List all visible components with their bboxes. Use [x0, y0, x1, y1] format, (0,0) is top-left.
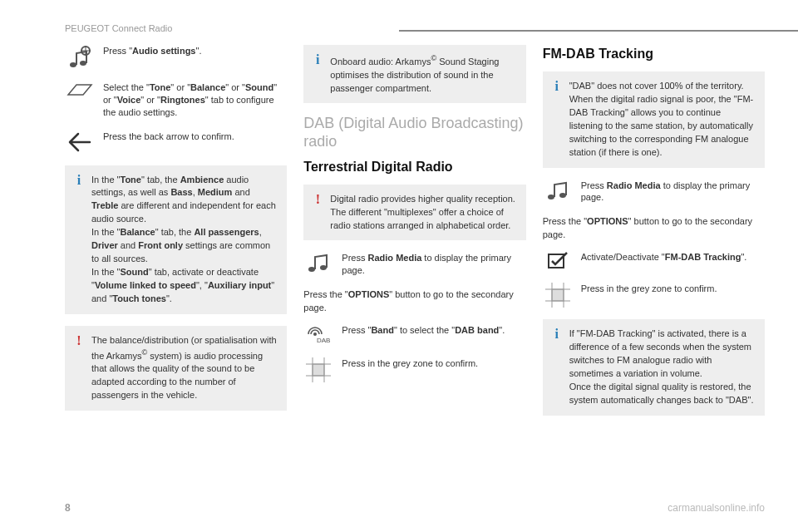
step-grey-zone-col3: Press in the grey zone to confirm. — [543, 283, 765, 308]
info-onboard-audio: i Onboard audio: Arkamys© Sound Staging … — [303, 45, 525, 103]
step-audio-settings: Press "Audio settings". — [65, 45, 287, 70]
warn-arkamys: ! The balance/distribution (or spatialis… — [65, 326, 287, 411]
step-radio-media-col2: Press Radio Media to display the primary… — [303, 252, 525, 277]
info-icon: i — [312, 53, 323, 66]
step-select-tab: Select the "Tone" or "Balance" or "Sound… — [65, 81, 287, 119]
back-arrow-icon — [65, 131, 95, 154]
step-radio-media-text: Press Radio Media to display the primary… — [342, 252, 525, 277]
page-header: PEUGEOT Connect Radio — [65, 23, 172, 33]
column-2: i Onboard audio: Arkamys© Sound Staging … — [303, 45, 525, 490]
info-dab-coverage-text: "DAB" does not cover 100% of the territo… — [569, 80, 755, 160]
music-note-icon — [303, 252, 333, 273]
grey-zone-icon — [543, 283, 573, 308]
column-3: FM-DAB Tracking i "DAB" does not cover 1… — [543, 45, 765, 490]
svg-rect-7 — [313, 364, 324, 376]
svg-point-13 — [559, 193, 566, 198]
info-tone-balance-sound: i In the "Tone" tab, the Ambience audio … — [65, 165, 287, 314]
step-back-arrow: Press the back arrow to confirm. — [65, 131, 287, 154]
step-back-arrow-text: Press the back arrow to confirm. — [103, 131, 287, 143]
header-rule — [399, 30, 798, 32]
info-icon: i — [73, 174, 85, 187]
svg-point-3 — [308, 267, 315, 272]
page-content: Press "Audio settings". Select the "Tone… — [65, 45, 765, 490]
step-band: DAB Press "Band" to select the "DAB band… — [303, 324, 525, 346]
warning-icon: ! — [312, 193, 323, 206]
step-radio-media-col3-text: Press Radio Media to display the primary… — [581, 180, 765, 204]
tab-icon — [65, 81, 95, 98]
heading-fm-dab-tracking: FM-DAB Tracking — [543, 47, 765, 62]
column-1: Press "Audio settings". Select the "Tone… — [65, 45, 287, 490]
step-grey-zone-col2: Press in the grey zone to confirm. — [303, 357, 525, 382]
info-fm-dab-delay-text: If "FM-DAB Tracking" is activated, there… — [569, 328, 755, 407]
step-audio-settings-text: Press "Audio settings". — [103, 45, 287, 57]
svg-point-1 — [70, 62, 76, 67]
step-radio-media-col3: Press Radio Media to display the primary… — [543, 180, 765, 204]
grey-zone-icon — [303, 357, 333, 382]
heading-terrestrial: Terrestrial Digital Radio — [303, 160, 525, 175]
music-note-icon — [543, 180, 573, 201]
svg-point-12 — [548, 195, 554, 200]
warn-digital-radio: ! Digital radio provides higher quality … — [303, 185, 525, 241]
step-select-tab-text: Select the "Tone" or "Balance" or "Sound… — [103, 81, 287, 119]
svg-point-4 — [320, 265, 327, 270]
svg-rect-14 — [549, 254, 564, 268]
watermark: carmanualsonline.info — [667, 502, 765, 514]
info-icon: i — [551, 328, 563, 341]
svg-text:DAB: DAB — [317, 337, 330, 344]
info-tone-text: In the "Tone" tab, the Ambience audio se… — [91, 174, 277, 306]
body-options-col3: Press the "OPTIONS" button to go to the … — [543, 215, 765, 241]
step-toggle-fm-dab-text: Activate/Deactivate "FM-DAB Tracking". — [581, 251, 765, 264]
page-number: 8 — [65, 502, 71, 514]
checkbox-icon — [543, 251, 573, 271]
dab-band-icon: DAB — [303, 324, 333, 346]
body-options-col2: Press the "OPTIONS" button to go to the … — [303, 288, 525, 314]
step-grey-zone-col3-text: Press in the grey zone to confirm. — [581, 283, 765, 295]
info-fm-dab-delay: i If "FM-DAB Tracking" is activated, the… — [543, 319, 765, 416]
svg-rect-15 — [552, 289, 564, 301]
warn-digital-radio-text: Digital radio provides higher quality re… — [330, 193, 515, 233]
heading-dab: DAB (Digital Audio Broadcasting) radio — [303, 115, 525, 150]
step-toggle-fm-dab: Activate/Deactivate "FM-DAB Tracking". — [543, 251, 765, 271]
svg-point-5 — [313, 332, 317, 336]
info-icon: i — [551, 80, 563, 93]
audio-settings-icon — [65, 45, 95, 70]
step-band-text: Press "Band" to select the "DAB band". — [342, 324, 525, 337]
step-grey-zone-text: Press in the grey zone to confirm. — [342, 357, 525, 370]
svg-point-2 — [80, 61, 86, 66]
info-onboard-audio-text: Onboard audio: Arkamys© Sound Staging op… — [330, 53, 515, 95]
warn-arkamys-text: The balance/distribution (or spatialisat… — [91, 334, 277, 402]
info-dab-coverage: i "DAB" does not cover 100% of the terri… — [543, 71, 765, 168]
warning-icon: ! — [73, 334, 85, 347]
